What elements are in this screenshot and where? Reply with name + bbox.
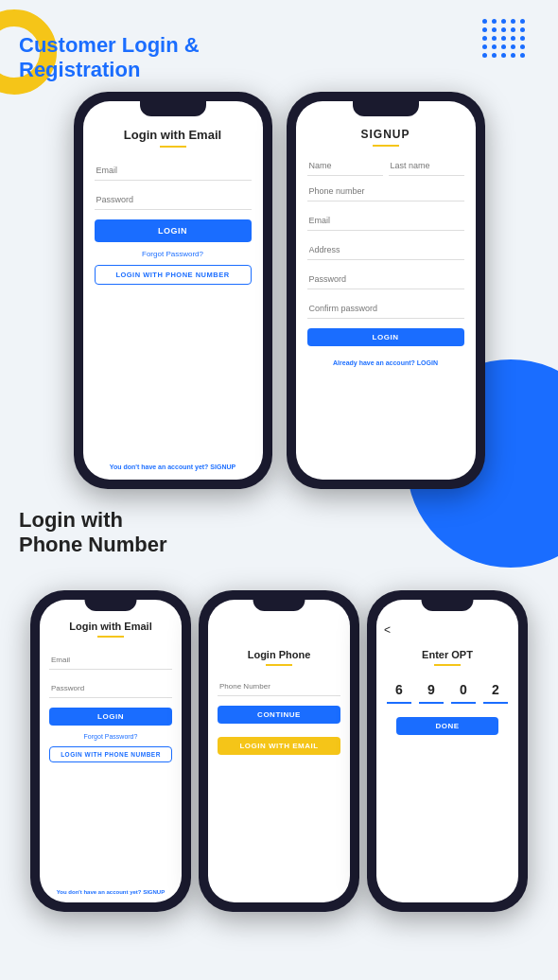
bottom-phones-row: Login with Email LOGIN Forgot Password? … (0, 590, 558, 912)
phone-otp: < Enter OPT DONE (367, 590, 528, 912)
phone-screen-3: Login with Email LOGIN Forgot Password? … (40, 600, 182, 902)
phone-login-email-small: Login with Email LOGIN Forgot Password? … (30, 590, 191, 912)
phone-signup: SIGNUP LOGIN Already have an account? LO… (287, 92, 485, 489)
login-email-title: Login with Email (124, 128, 221, 142)
password-input-signup[interactable] (307, 270, 464, 289)
phone-screen-5: < Enter OPT DONE (376, 600, 518, 902)
already-account-text: Already have an account? LOGIN (333, 359, 438, 366)
password-input-1[interactable] (95, 190, 252, 210)
otp-input-1[interactable] (387, 677, 411, 704)
no-account-text-3: You don't have an account yet? SIGNUP (57, 889, 165, 895)
continue-button[interactable]: CONTINUE (218, 706, 340, 724)
phone-input-signup[interactable] (307, 182, 464, 201)
password-input-3[interactable] (49, 679, 172, 698)
otp-input-3[interactable] (451, 677, 476, 704)
section1-title: Customer Login & Registration (0, 14, 558, 92)
phone-number-input[interactable] (218, 677, 340, 696)
title-underline-4 (266, 664, 292, 666)
signup-title: SIGNUP (360, 128, 410, 141)
top-phones-row: Login with Email LOGIN Forgot Password? … (0, 92, 558, 489)
login-email-title-small: Login with Email (69, 621, 151, 632)
phone-notch-4 (253, 600, 305, 611)
email-input-1[interactable] (95, 161, 252, 181)
phone-screen-1: Login with Email LOGIN Forgot Password? … (83, 101, 263, 480)
otp-underline (434, 664, 461, 666)
back-button[interactable]: < (384, 623, 391, 637)
phone-screen-2: SIGNUP LOGIN Already have an account? LO… (296, 101, 476, 480)
otp-input-2[interactable] (419, 677, 444, 704)
phone-notch-5 (422, 600, 474, 611)
address-input-signup[interactable] (307, 240, 464, 260)
login-button-1[interactable]: LOGIN (95, 219, 252, 242)
confirm-password-input[interactable] (307, 299, 464, 319)
done-button[interactable]: DONE (396, 717, 497, 735)
email-input-3[interactable] (49, 651, 172, 670)
title-underline-1 (160, 146, 186, 148)
login-email-button[interactable]: LOGIN WITH EMAIL (218, 737, 340, 755)
phone-login-button-3[interactable]: LOGIN WITH PHONE NUMBER (49, 746, 172, 762)
no-account-text-1: You don't have an account yet? SIGNUP (110, 464, 235, 470)
title-underline-3 (97, 636, 124, 638)
forgot-password-link-3[interactable]: Forgot Password? (84, 733, 138, 740)
name-input[interactable] (307, 156, 383, 176)
phone-login-email: Login with Email LOGIN Forgot Password? … (74, 92, 272, 489)
phone-login-button-1[interactable]: LOGIN WITH PHONE NUMBER (95, 265, 252, 285)
otp-boxes (387, 677, 508, 704)
otp-input-4[interactable] (483, 677, 508, 704)
login-phone-title: Login Phone (248, 649, 311, 660)
name-row (307, 156, 464, 176)
phone-notch-3 (85, 600, 137, 611)
phone-login-phone: Login Phone CONTINUE LOGIN WITH EMAIL (199, 590, 359, 912)
signup-login-button[interactable]: LOGIN (307, 328, 464, 346)
login-button-3[interactable]: LOGIN (49, 708, 172, 726)
lastname-input[interactable] (389, 156, 464, 176)
email-input-signup[interactable] (307, 211, 464, 231)
phone-notch-2 (353, 101, 419, 116)
signup-underline (373, 145, 399, 147)
otp-title: Enter OPT (422, 649, 473, 660)
phone-notch-1 (140, 101, 206, 116)
forgot-password-link-1[interactable]: Forgot Password? (142, 250, 203, 258)
section2-title: Login with Phone Number (0, 499, 558, 571)
phone-screen-4: Login Phone CONTINUE LOGIN WITH EMAIL (208, 600, 350, 902)
